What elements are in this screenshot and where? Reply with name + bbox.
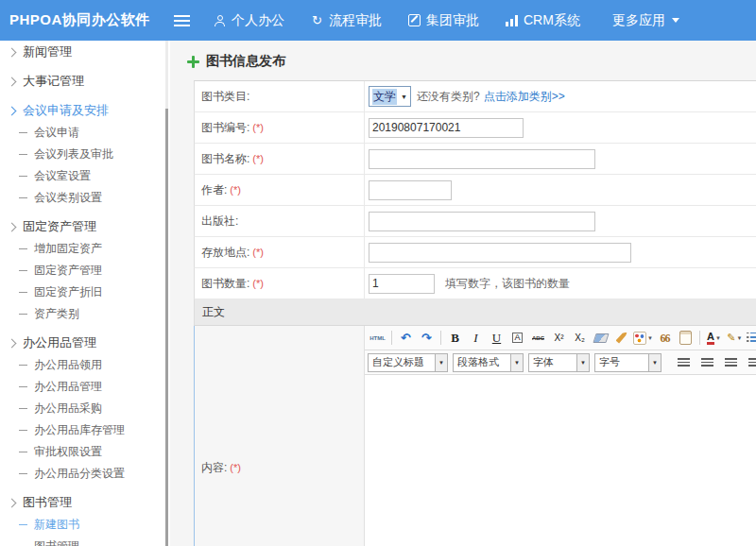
- sidebar-item-new-book[interactable]: 新建图书: [0, 514, 170, 536]
- align-left-button[interactable]: [674, 353, 694, 371]
- caret-down-icon[interactable]: ▼: [648, 354, 661, 371]
- sidebar-item-book-management[interactable]: 图书管理: [0, 491, 170, 514]
- required-mark: (*): [230, 462, 241, 473]
- sidebar-item-label: 办公用品领用: [34, 357, 102, 373]
- sidebar-item-supplies-inventory[interactable]: 办公用品库存管理: [0, 419, 170, 441]
- field-label-cell: 作者: (*): [195, 175, 365, 205]
- sidebar-item-asset-category[interactable]: 资产类别: [0, 303, 170, 325]
- field-value-cell: [365, 118, 756, 138]
- sidebar-item-fixed-assets-manage[interactable]: 固定资产管理: [0, 260, 170, 282]
- sidebar-item-meeting-category-settings[interactable]: 会议类别设置: [0, 187, 170, 209]
- source-code-button[interactable]: HTML: [368, 329, 387, 347]
- align-center-icon: [701, 358, 713, 367]
- nav-item-group-approval[interactable]: 集团审批: [408, 12, 479, 29]
- ordered-list-icon: [747, 333, 756, 343]
- sidebar-item-add-fixed-asset[interactable]: 增加固定资产: [0, 238, 170, 260]
- sidebar-item-fixed-assets-depreciation[interactable]: 固定资产折旧: [0, 282, 170, 303]
- field-value-cell: [365, 180, 756, 200]
- field-label-cell: 图书数量: (*): [195, 268, 365, 299]
- char-border-button[interactable]: A: [507, 329, 527, 347]
- sidebar-item-book-manage[interactable]: 图书管理: [0, 536, 170, 546]
- field-label: 图书数量:: [201, 276, 249, 292]
- add-category-link[interactable]: 点击添加类别>>: [484, 89, 565, 105]
- nav-item-label: 流程审批: [329, 12, 382, 29]
- book-no-input[interactable]: [369, 118, 524, 138]
- redo-button[interactable]: ↷: [417, 329, 437, 347]
- dash-icon: [19, 248, 27, 249]
- sidebar-item-label: 会议申请及安排: [23, 102, 109, 119]
- nav-item-label: 更多应用: [612, 12, 665, 29]
- sidebar-item-memorabilia-management[interactable]: 大事记管理: [0, 70, 170, 93]
- quantity-input[interactable]: [369, 274, 435, 294]
- italic-button[interactable]: I: [466, 329, 486, 347]
- underline-button[interactable]: U: [487, 329, 507, 347]
- sidebar-item-meeting-room-settings[interactable]: 会议室设置: [0, 165, 170, 187]
- sidebar-item-supplies-category-settings[interactable]: 办公用品分类设置: [0, 463, 170, 485]
- field-label: 图书编号:: [201, 120, 249, 136]
- publisher-input[interactable]: [369, 212, 595, 231]
- form-row-book-name: 图书名称: (*): [194, 144, 756, 175]
- editor-content[interactable]: [365, 375, 756, 546]
- nav-item-workflow-approval[interactable]: 流程审批: [311, 12, 382, 29]
- rich-text-editor: HTML↶↷BIUAABCX²X₂▼66A▼✎▼▼▼ 自定义标题▼段落格式▼字体…: [365, 326, 756, 546]
- align-center-button[interactable]: [697, 353, 717, 371]
- field-label-cell: 图书名称: (*): [195, 144, 365, 174]
- font-family-select[interactable]: 字体▼: [528, 353, 590, 372]
- caret-down-icon[interactable]: ▼: [576, 354, 589, 371]
- sidebar-item-fixed-assets-management[interactable]: 固定资产管理: [0, 215, 170, 238]
- strikethrough-button[interactable]: ABC: [528, 329, 548, 347]
- sidebar-item-meeting-apply[interactable]: 会议申请: [0, 122, 170, 144]
- category-select[interactable]: 文学: [369, 86, 411, 107]
- format-brush-button[interactable]: [611, 329, 631, 347]
- nav-item-crm-system[interactable]: CRM系统: [506, 12, 580, 29]
- eraser-button[interactable]: [591, 329, 610, 347]
- sidebar-item-office-supplies-management[interactable]: 办公用品管理: [0, 332, 170, 354]
- bold-button[interactable]: B: [445, 329, 465, 347]
- select-label: 段落格式: [454, 354, 510, 371]
- field-label: 图书名称:: [201, 151, 249, 167]
- align-justify-button[interactable]: [745, 353, 756, 371]
- subscript-button[interactable]: X₂: [570, 329, 590, 347]
- sidebar-item-approval-permission-settings[interactable]: 审批权限设置: [0, 441, 170, 463]
- font-color-button[interactable]: A▼: [704, 329, 724, 347]
- paste-button[interactable]: [676, 329, 696, 347]
- nav-item-label: 集团审批: [426, 12, 479, 29]
- sidebar-item-meeting-list-approval[interactable]: 会议列表及审批: [0, 144, 170, 165]
- nav-item-more-apps[interactable]: 更多应用: [607, 12, 679, 29]
- sidebar-item-supplies-purchase[interactable]: 办公用品采购: [0, 398, 170, 419]
- custom-title-select[interactable]: 自定义标题▼: [368, 353, 448, 372]
- sidebar-item-news-management[interactable]: 新闻管理: [0, 41, 170, 63]
- highlight-color-icon: ✎: [727, 333, 735, 343]
- sidebar-item-supplies-requisition[interactable]: 办公用品领用: [0, 354, 170, 376]
- nav-item-personal-office[interactable]: 个人办公: [215, 12, 284, 29]
- caret-down-icon[interactable]: ▼: [435, 354, 447, 371]
- dash-icon: [19, 197, 27, 198]
- undo-button[interactable]: ↶: [396, 329, 416, 347]
- caret-down-icon[interactable]: ▼: [510, 354, 523, 371]
- location-input[interactable]: [369, 243, 631, 263]
- align-right-button[interactable]: [721, 353, 741, 371]
- body-section-header: 正文: [194, 299, 756, 326]
- font-size-select[interactable]: 字号▼: [594, 353, 662, 372]
- auto-typeset-button[interactable]: ▼: [632, 329, 654, 347]
- dash-icon: [19, 176, 27, 177]
- book-name-input[interactable]: [369, 149, 595, 169]
- sidebar-item-meeting-apply-arrange[interactable]: 会议申请及安排: [0, 99, 170, 122]
- highlight-color-button[interactable]: ✎▼: [725, 329, 745, 347]
- form-row-publisher: 出版社:: [194, 206, 756, 237]
- ordered-list-button[interactable]: ▼: [746, 329, 756, 347]
- author-input[interactable]: [369, 180, 452, 200]
- sidebar-menu: 新闻管理大事记管理会议申请及安排会议申请会议列表及审批会议室设置会议类别设置固定…: [0, 41, 170, 546]
- superscript-button[interactable]: X²: [549, 329, 569, 347]
- required-mark: (*): [252, 247, 264, 258]
- sidebar-item-supplies-manage[interactable]: 办公用品管理: [0, 376, 170, 398]
- sidebar-item-label: 资产类别: [34, 306, 79, 322]
- nav-item-label: CRM系统: [524, 12, 580, 29]
- menu-toggle-icon[interactable]: [174, 15, 190, 26]
- user-icon: [215, 15, 226, 26]
- paragraph-format-select[interactable]: 段落格式▼: [453, 353, 524, 372]
- caret-down-icon: ▼: [647, 335, 653, 341]
- dash-icon: [19, 473, 27, 474]
- sidebar-scrollbar-thumb[interactable]: [165, 109, 168, 546]
- blockquote-button[interactable]: 66: [655, 329, 675, 347]
